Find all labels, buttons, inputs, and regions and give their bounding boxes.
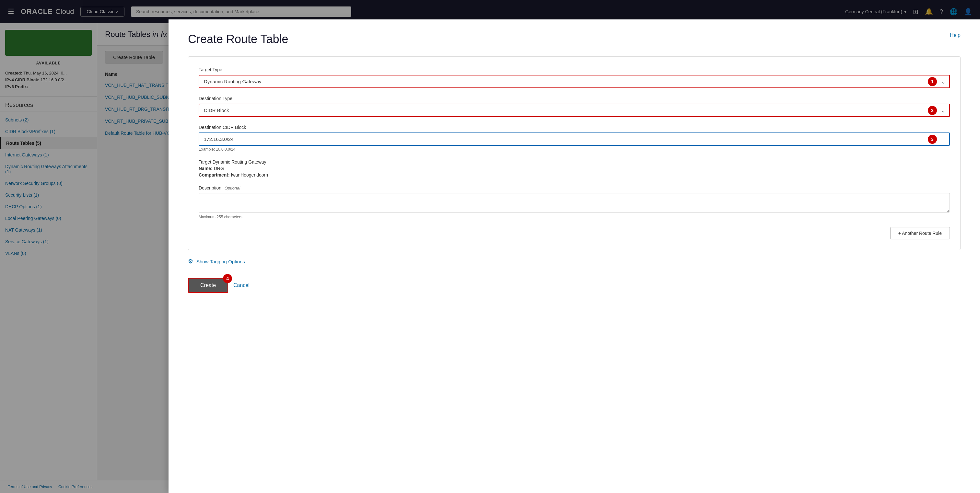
destination-cidr-input[interactable] — [199, 133, 950, 146]
show-tagging-link[interactable]: Show Tagging Options — [196, 259, 245, 264]
drg-name-value: DRG — [214, 166, 224, 171]
target-type-group: Target Type Dynamic Routing Gateway ⌄ 1 — [199, 67, 950, 88]
create-route-table-modal: Create Route Table Help Target Type Dyna… — [169, 19, 980, 493]
modal-title: Create Route Table — [188, 32, 288, 46]
destination-type-group: Destination Type CIDR Block ⌄ 2 — [199, 96, 950, 117]
help-link[interactable]: Help — [950, 32, 961, 38]
route-rule-section: Target Type Dynamic Routing Gateway ⌄ 1 … — [188, 56, 961, 250]
description-optional: Optional — [224, 185, 240, 190]
step-badge-2: 2 — [928, 106, 937, 115]
drg-compartment-label: Compartment: — [199, 172, 230, 178]
tagging-icon: ⚙ — [188, 258, 193, 265]
destination-type-select[interactable]: CIDR Block — [199, 104, 950, 117]
add-route-rule-button[interactable]: + Another Route Rule — [890, 227, 950, 239]
destination-cidr-label: Destination CIDR Block — [199, 125, 950, 130]
cancel-link[interactable]: Cancel — [233, 282, 250, 288]
description-hint: Maximum 255 characters — [199, 215, 950, 219]
step-badge-1: 1 — [928, 77, 937, 86]
add-rule-row: + Another Route Rule — [199, 227, 950, 239]
destination-type-wrapper: CIDR Block ⌄ 2 — [199, 104, 950, 117]
description-textarea[interactable] — [199, 193, 950, 212]
create-button[interactable]: Create — [188, 278, 228, 293]
step-badge-4: 4 — [223, 274, 232, 283]
tagging-row: ⚙ Show Tagging Options — [188, 258, 961, 265]
target-type-select[interactable]: Dynamic Routing Gateway — [199, 75, 950, 88]
cidr-input-wrapper: 3 — [199, 133, 950, 146]
destination-type-label: Destination Type — [199, 96, 950, 101]
target-drg-info: Target Dynamic Routing Gateway Name: DRG… — [199, 159, 950, 178]
create-btn-wrapper: Create 4 — [188, 278, 228, 293]
step-badge-3: 3 — [928, 135, 937, 144]
target-drg-title: Target Dynamic Routing Gateway — [199, 159, 950, 165]
modal-footer: Create 4 Cancel — [188, 273, 961, 298]
target-type-wrapper: Dynamic Routing Gateway ⌄ 1 — [199, 75, 950, 88]
destination-cidr-group: Destination CIDR Block 3 Example: 10.0.0… — [199, 125, 950, 152]
drg-compartment-value: IwanHoogendoorn — [231, 172, 268, 178]
modal-header: Create Route Table Help — [188, 32, 961, 46]
description-label: Description Optional — [199, 185, 950, 190]
target-type-label: Target Type — [199, 67, 950, 72]
cidr-hint: Example: 10.0.0.0/24 — [199, 147, 950, 152]
description-group: Description Optional Maximum 255 charact… — [199, 185, 950, 219]
drg-name-label: Name: — [199, 166, 213, 171]
